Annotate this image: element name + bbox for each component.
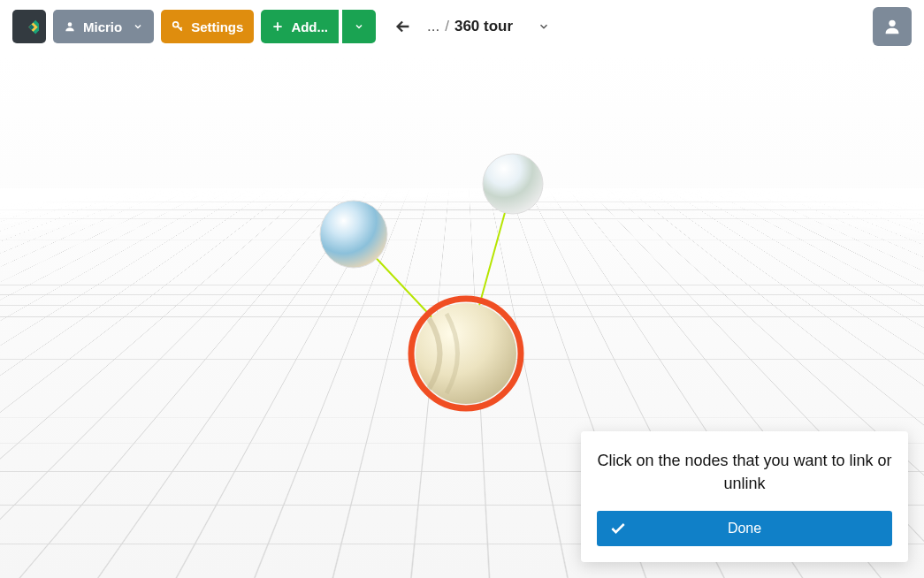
done-button[interactable]: Done <box>597 511 892 546</box>
plus-icon <box>271 20 284 33</box>
svg-point-1 <box>483 154 543 214</box>
chevron-down-icon <box>538 20 550 33</box>
app-logo-button[interactable] <box>12 10 46 43</box>
svg-point-9 <box>889 20 895 27</box>
topbar: Micrio Settings Add... ... / 360 tour <box>0 0 924 53</box>
micrio-label: Micrio <box>83 19 122 34</box>
logo-icon <box>19 17 39 36</box>
breadcrumb-current[interactable]: 360 tour <box>454 18 513 35</box>
user-icon <box>64 20 76 33</box>
link-nodes-popup: Click on the nodes that you want to link… <box>581 431 908 562</box>
arrow-left-icon <box>393 17 413 36</box>
breadcrumb-dropdown[interactable] <box>532 15 555 38</box>
add-button[interactable]: Add... <box>261 10 339 43</box>
add-dropdown-button[interactable] <box>342 10 376 43</box>
settings-button[interactable]: Settings <box>161 10 254 43</box>
key-icon <box>172 20 184 33</box>
breadcrumb-separator: / <box>445 18 449 35</box>
add-label: Add... <box>291 19 328 34</box>
svg-point-7 <box>68 22 73 27</box>
back-button[interactable] <box>388 11 418 42</box>
breadcrumb-ellipsis[interactable]: ... <box>427 18 439 35</box>
tour-node-selected[interactable] <box>411 299 521 408</box>
check-icon <box>597 520 639 537</box>
svg-point-0 <box>320 201 387 268</box>
tour-node[interactable] <box>483 154 543 214</box>
settings-label: Settings <box>191 19 243 34</box>
micrio-menu-button[interactable]: Micrio <box>53 10 154 43</box>
done-label: Done <box>639 521 892 536</box>
tour-node[interactable] <box>320 201 387 268</box>
chevron-down-icon <box>354 21 364 32</box>
chevron-down-icon <box>133 21 143 32</box>
account-button[interactable] <box>873 7 912 46</box>
breadcrumb: ... / 360 tour <box>427 18 513 35</box>
popup-message: Click on the nodes that you want to link… <box>597 449 892 495</box>
user-icon <box>882 17 902 36</box>
